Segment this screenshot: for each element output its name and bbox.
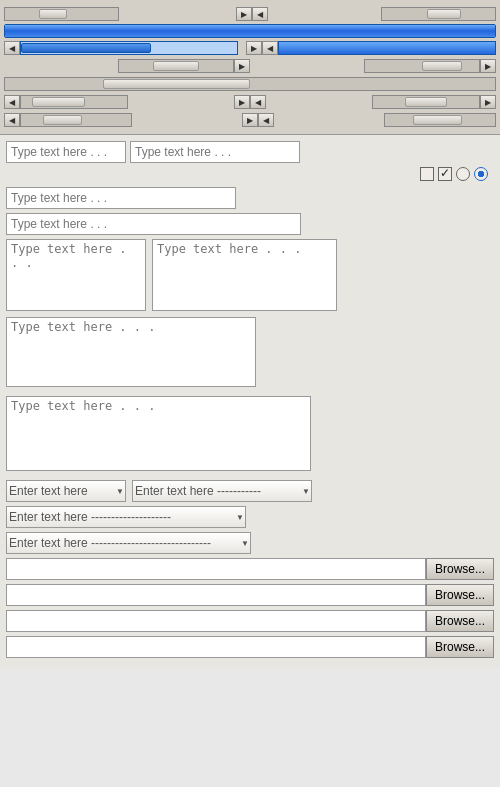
radio-2[interactable] bbox=[474, 167, 488, 181]
scroll-left-arrow-7b[interactable]: ◀ bbox=[258, 113, 274, 127]
text-input-4[interactable] bbox=[6, 213, 301, 235]
scrollbar-row-3: ◀ ▶ ◀ bbox=[4, 40, 496, 56]
scrollbar-row-4: ▶ ▶ bbox=[4, 58, 496, 74]
scroll-track-7b[interactable] bbox=[384, 113, 496, 127]
scroll-track-1[interactable] bbox=[4, 7, 119, 21]
scrollbar-row-6: ◀ ▶ ◀ ▶ bbox=[4, 94, 496, 110]
scroll-right-arrow-4[interactable]: ▶ bbox=[234, 59, 250, 73]
scroll-right-arrow-3[interactable]: ▶ bbox=[246, 41, 262, 55]
scroll-right-arrow[interactable]: ▶ bbox=[236, 7, 252, 21]
browse-button-3[interactable]: Browse... bbox=[426, 610, 494, 632]
input-row-2 bbox=[6, 187, 494, 209]
textarea-2[interactable] bbox=[152, 239, 337, 311]
scroll-left-arrow-6[interactable]: ◀ bbox=[4, 95, 20, 109]
scroll-right-arrow-6c[interactable]: ▶ bbox=[480, 95, 496, 109]
textarea-4[interactable] bbox=[6, 396, 311, 471]
select-1[interactable]: Enter text here Option 1 Option 2 bbox=[6, 480, 126, 502]
select-row-3: Enter text here ------------------------… bbox=[6, 532, 494, 554]
browse-button-4[interactable]: Browse... bbox=[426, 636, 494, 658]
scroll-left-arrow-7[interactable]: ◀ bbox=[4, 113, 20, 127]
scroll-track-6a[interactable] bbox=[20, 95, 128, 109]
browse-input-4[interactable] bbox=[6, 636, 426, 658]
select-2[interactable]: Enter text here ----------- Option 1 Opt… bbox=[132, 480, 312, 502]
input-row-3 bbox=[6, 213, 494, 235]
scroll-track-4b[interactable] bbox=[364, 59, 480, 73]
checkbox-2[interactable] bbox=[438, 167, 452, 181]
browse-button-2[interactable]: Browse... bbox=[426, 584, 494, 606]
select-row-2: Enter text here -------------------- Opt… bbox=[6, 506, 494, 528]
scroll-track-1b[interactable] bbox=[381, 7, 496, 21]
textarea-3[interactable] bbox=[6, 317, 256, 387]
scrollbar-row-1: ▶ ◀ bbox=[4, 6, 496, 22]
select-row-1: Enter text here Option 1 Option 2 Enter … bbox=[6, 480, 494, 502]
scroll-left-arrow-3[interactable]: ◀ bbox=[4, 41, 20, 55]
controls-section: Enter text here Option 1 Option 2 Enter … bbox=[0, 135, 500, 668]
textarea-1[interactable] bbox=[6, 239, 146, 311]
scroll-track-6b[interactable] bbox=[372, 95, 480, 109]
scrollbar-row-5 bbox=[4, 76, 496, 92]
select-4[interactable]: Enter text here ------------------------… bbox=[6, 532, 251, 554]
browse-row-3: Browse... bbox=[6, 610, 494, 632]
scroll-right-arrow-6[interactable]: ▶ bbox=[234, 95, 250, 109]
checkbox-1[interactable] bbox=[420, 167, 434, 181]
scroll-right-arrow-7[interactable]: ▶ bbox=[242, 113, 258, 127]
scrollbar-row-7: ◀ ▶ ◀ bbox=[4, 112, 496, 128]
browse-input-2[interactable] bbox=[6, 584, 426, 606]
browse-input-3[interactable] bbox=[6, 610, 426, 632]
scroll-left-arrow[interactable]: ◀ bbox=[252, 7, 268, 21]
scrollbar-blue-full[interactable] bbox=[4, 24, 496, 38]
check-radio-row bbox=[6, 167, 494, 181]
scroll-track-5[interactable] bbox=[4, 77, 496, 91]
browse-row-1: Browse... bbox=[6, 558, 494, 580]
text-input-2[interactable] bbox=[130, 141, 300, 163]
input-row-1 bbox=[6, 141, 494, 163]
select-wrapper-3: Enter text here -------------------- Opt… bbox=[6, 506, 246, 528]
radio-1[interactable] bbox=[456, 167, 470, 181]
scroll-track-blue-right[interactable] bbox=[278, 41, 496, 55]
browse-row-2: Browse... bbox=[6, 584, 494, 606]
select-wrapper-1: Enter text here Option 1 Option 2 bbox=[6, 480, 126, 502]
scrollbar-section: ▶ ◀ ◀ ▶ ◀ ▶ ▶ bbox=[0, 0, 500, 135]
scroll-track-blue[interactable] bbox=[20, 41, 238, 55]
textarea-row-2 bbox=[6, 317, 494, 396]
scroll-left-arrow-6b[interactable]: ◀ bbox=[250, 95, 266, 109]
scroll-left-arrow-3b[interactable]: ◀ bbox=[262, 41, 278, 55]
scroll-track-7a[interactable] bbox=[20, 113, 132, 127]
textarea-row-1 bbox=[6, 239, 494, 311]
browse-button-1[interactable]: Browse... bbox=[426, 558, 494, 580]
textarea-row-3 bbox=[6, 396, 494, 480]
browse-row-4: Browse... bbox=[6, 636, 494, 658]
browse-input-1[interactable] bbox=[6, 558, 426, 580]
select-3[interactable]: Enter text here -------------------- Opt… bbox=[6, 506, 246, 528]
scroll-track-4[interactable] bbox=[118, 59, 234, 73]
text-input-3[interactable] bbox=[6, 187, 236, 209]
select-wrapper-2: Enter text here ----------- Option 1 Opt… bbox=[132, 480, 312, 502]
scroll-right-arrow-4c[interactable]: ▶ bbox=[480, 59, 496, 73]
select-wrapper-4: Enter text here ------------------------… bbox=[6, 532, 251, 554]
text-input-1[interactable] bbox=[6, 141, 126, 163]
